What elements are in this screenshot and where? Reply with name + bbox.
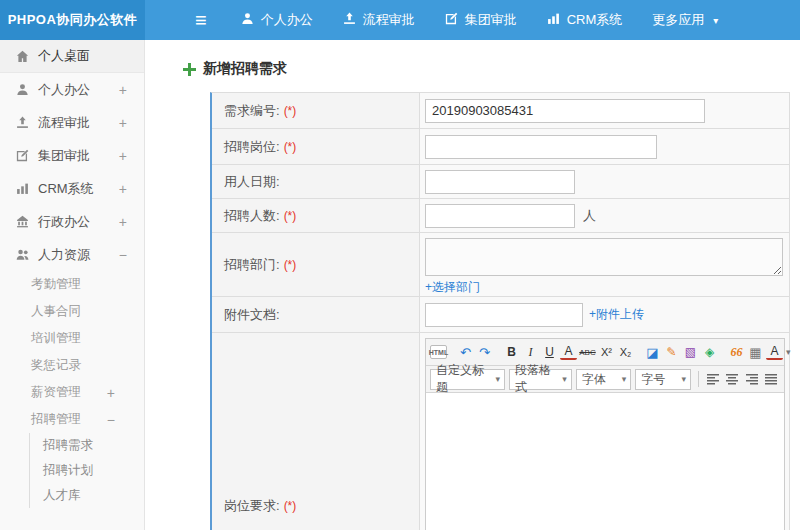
sidebar-item-recruit-mgmt[interactable]: 招聘管理 − [0,406,144,433]
hamburger-menu-icon[interactable]: ≡ [145,0,207,40]
user-icon [241,12,254,28]
font-family-select[interactable]: 字体 ▾ [576,369,632,390]
field-label: 招聘岗位: (*) [212,129,420,164]
align-justify-button[interactable] [763,369,781,389]
align-center-button[interactable] [723,369,741,389]
bold-button[interactable]: B [503,342,520,362]
edit-square-icon [16,149,29,162]
nav-group-approval[interactable]: 集团审批 [445,11,517,29]
sidebar-item-talent-pool[interactable]: 人才库 [30,483,144,508]
select-department-link[interactable]: +选择部门 [425,279,480,296]
expand-toggle[interactable]: + [119,214,127,230]
field-label: 招聘人数: (*) [212,199,420,232]
table-button[interactable]: ▦ [747,342,764,362]
attachment-upload-link[interactable]: +附件上传 [589,306,644,323]
italic-button[interactable]: I [522,342,539,362]
expand-toggle[interactable]: + [119,148,127,164]
superscript-button[interactable]: X² [598,342,615,362]
editor-content-area[interactable] [426,393,784,530]
font-color-group[interactable]: A ▾ [766,345,793,360]
sidebar-item-label: 招聘需求 [43,437,93,454]
page-title-row: 新增招聘需求 [183,60,790,78]
add-icon [183,63,196,76]
sidebar-item-personal-office[interactable]: 个人办公 + [0,73,144,106]
expand-toggle[interactable]: + [119,181,127,197]
demand-number-input[interactable] [425,99,705,123]
edit-square-icon [445,12,458,28]
sidebar-item-recruit-demand[interactable]: 招聘需求 [30,433,144,458]
sidebar-item-label: 招聘计划 [43,462,93,479]
department-textarea[interactable] [425,238,783,276]
underline-button[interactable]: U [541,342,558,362]
highlight-color-button[interactable]: ▧ [682,342,699,362]
collapse-toggle[interactable]: − [107,412,115,428]
strikethrough-button[interactable]: ABC [579,342,596,362]
sidebar-item-salary-mgmt[interactable]: 薪资管理 + [0,379,144,406]
sidebar-item-personal-desktop[interactable]: 个人桌面 [0,40,144,73]
headcount-input[interactable] [425,204,575,228]
sidebar-item-workflow-approval[interactable]: 流程审批 + [0,106,144,139]
sidebar-item-reward-punishment[interactable]: 奖惩记录 [0,352,144,379]
sidebar-item-label: 人才库 [43,487,81,504]
nav-label: 更多应用 [652,11,704,29]
expand-toggle[interactable]: + [107,385,115,401]
sidebar-item-attendance-mgmt[interactable]: 考勤管理 [0,271,144,298]
redo-button[interactable]: ↷ [476,342,493,362]
format-painter-button[interactable]: ✎ [663,342,680,362]
palette-button[interactable]: ◈ [701,342,718,362]
sidebar-item-label: 个人桌面 [38,47,90,65]
nav-personal-office[interactable]: 个人办公 [241,11,313,29]
expand-toggle[interactable]: + [119,115,127,131]
upload-flow-icon [16,116,29,129]
collapse-toggle[interactable]: − [119,247,127,263]
subscript-button[interactable]: X₂ [617,342,634,362]
paragraph-format-select[interactable]: 段落格式 ▾ [509,369,572,390]
top-nav: 个人办公 流程审批 集团审批 CRM系统 更多应用 ▾ [241,0,719,40]
html-source-button[interactable]: HTML [430,345,447,359]
sidebar-item-crm-system[interactable]: CRM系统 + [0,172,144,205]
main-layout: 个人桌面 个人办公 + 流程审批 + 集团审批 + CRM系统 + 行政办公 + [0,40,800,530]
toolbar-separator [698,371,699,387]
sidebar-item-recruit-plan[interactable]: 招聘计划 [30,458,144,483]
hire-date-input[interactable] [425,170,575,194]
expand-toggle[interactable]: + [119,82,127,98]
bank-building-icon [16,215,29,228]
sidebar-item-group-approval[interactable]: 集团审批 + [0,139,144,172]
sidebar-item-training-mgmt[interactable]: 培训管理 [0,325,144,352]
required-mark: (*) [284,104,297,118]
required-mark: (*) [284,258,297,272]
nav-more-apps[interactable]: 更多应用 ▾ [652,11,718,29]
sidebar-item-label: 培训管理 [31,330,81,347]
nav-workflow-approval[interactable]: 流程审批 [343,11,415,29]
topbar: PHPOA协同办公软件 ≡ 个人办公 流程审批 集团审批 CRM系统 更多应用 … [0,0,800,40]
sidebar-item-hr-contract[interactable]: 人事合同 [0,298,144,325]
undo-button[interactable]: ↶ [457,342,474,362]
font-color-button[interactable]: A [766,345,783,360]
heading-style-select[interactable]: 自定义标题 ▾ [430,369,505,390]
recruit-position-input[interactable] [425,135,657,159]
sidebar-item-label: 人力资源 [38,246,90,264]
sidebar-item-label: 个人办公 [38,81,90,99]
align-left-button[interactable] [704,369,722,389]
attachment-input[interactable] [425,303,583,327]
caret-down-icon: ▾ [562,374,567,384]
sidebar: 个人桌面 个人办公 + 流程审批 + 集团审批 + CRM系统 + 行政办公 + [0,40,145,530]
font-underline-button[interactable]: A [560,345,577,360]
field-label: 用人日期: [212,165,420,198]
blockquote-button[interactable]: 66 [728,342,745,362]
sidebar-item-admin-office[interactable]: 行政办公 + [0,205,144,238]
sidebar-item-label: CRM系统 [38,180,94,198]
form-row-hire-date: 用人日期: [212,165,789,199]
field-label: 附件文档: [212,297,420,332]
eraser-button[interactable]: ◪ [644,342,661,362]
bar-chart-icon [16,182,29,195]
nav-crm-system[interactable]: CRM系统 [547,11,623,29]
sidebar-item-human-resources[interactable]: 人力资源 − [0,238,144,271]
field-label: 岗位要求: (*) [212,333,420,530]
font-size-select[interactable]: 字号 ▾ [635,369,691,390]
align-right-button[interactable] [743,369,761,389]
caret-down-icon: ▾ [786,347,791,357]
user-icon [16,83,29,96]
recruit-submenu: 招聘需求 招聘计划 人才库 [29,433,144,508]
form-row-department: 招聘部门: (*) +选择部门 [212,233,789,297]
